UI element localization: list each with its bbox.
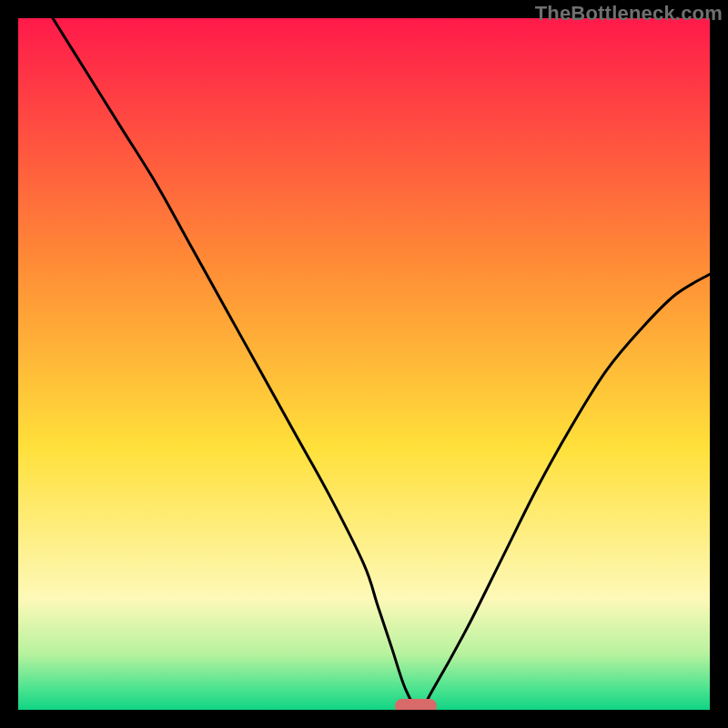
- chart-frame: TheBottleneck.com: [0, 0, 728, 728]
- plot-area: [18, 18, 710, 710]
- optimum-marker: [395, 699, 437, 710]
- watermark-text: TheBottleneck.com: [535, 2, 723, 25]
- bottleneck-curve: [18, 18, 710, 710]
